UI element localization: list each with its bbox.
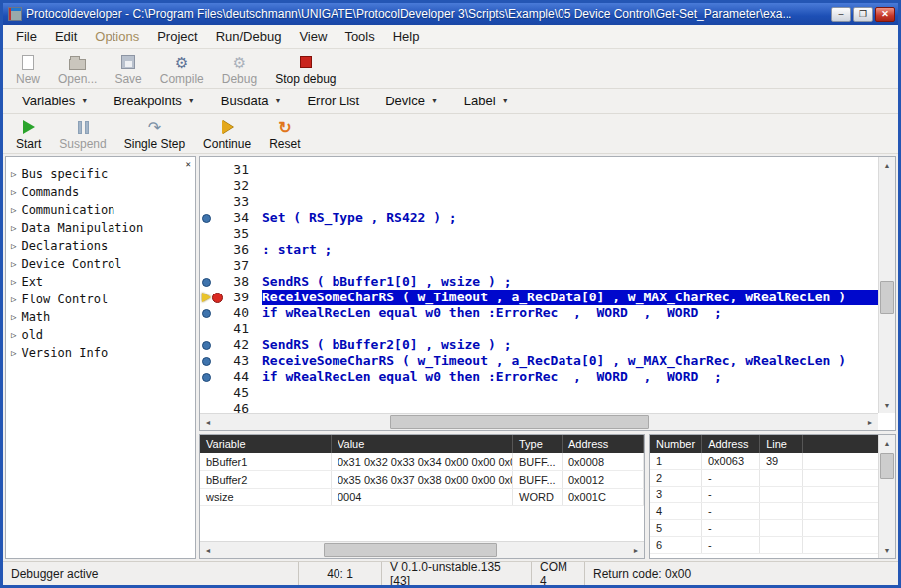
error-list-button[interactable]: Error List <box>296 91 370 111</box>
table-row[interactable]: 4 - <box>650 503 878 520</box>
expander-icon[interactable]: ▷ <box>11 205 16 215</box>
editor-line[interactable]: 44if wRealRecLen equal w0 then :ErrorRec… <box>200 369 878 385</box>
breakpoint-gutter[interactable] <box>200 385 228 401</box>
menu-edit[interactable]: Edit <box>46 26 86 47</box>
editor-line[interactable]: 32 <box>200 178 878 194</box>
editor-line[interactable]: 38SendRS ( bBuffer1[0] , wsize ) ; <box>200 274 878 290</box>
breakpoint-gutter[interactable] <box>200 210 228 226</box>
table-row[interactable]: bBuffer1 0x31 0x32 0x33 0x34 0x00 0x00 0… <box>200 453 644 471</box>
table-row[interactable]: wsize 0004 WORD 0x001C <box>200 489 644 506</box>
menu-view[interactable]: View <box>290 26 336 47</box>
debug-button[interactable]: ⚙ Debug <box>215 52 264 88</box>
maximize-button[interactable]: ❐ <box>853 7 873 22</box>
editor-line[interactable]: 36: start ; <box>200 242 878 258</box>
tree-item-data-manipulation[interactable]: ▷ Data Manipulation <box>6 219 195 237</box>
breakpoint-marker-icon[interactable] <box>202 373 211 382</box>
expander-icon[interactable]: ▷ <box>11 241 16 251</box>
table-row[interactable]: 6 - <box>650 537 878 554</box>
expander-icon[interactable]: ▷ <box>11 187 16 197</box>
table-row[interactable]: 1 0x0063 39 <box>650 453 878 470</box>
scrollbar-track[interactable] <box>879 451 895 542</box>
menu-project[interactable]: Project <box>148 26 206 47</box>
save-button[interactable]: Save <box>108 52 148 88</box>
editor-line[interactable]: 34Set ( RS_Type , RS422 ) ; <box>200 210 878 226</box>
close-button[interactable]: ✕ <box>875 7 895 22</box>
scroll-up-icon[interactable]: ▲ <box>879 157 895 173</box>
variables-horizontal-scrollbar[interactable]: ◄ ► <box>200 541 644 558</box>
scroll-left-icon[interactable]: ◄ <box>200 542 216 558</box>
breakpoint-gutter[interactable] <box>200 290 228 305</box>
tree-item-old[interactable]: ▷ old <box>6 326 195 344</box>
column-header[interactable]: Line <box>760 435 803 453</box>
busdata-dropdown[interactable]: Busdata ▼ <box>210 91 293 111</box>
editor-line[interactable]: 46 <box>200 401 878 413</box>
active-breakpoint-icon[interactable] <box>212 293 223 303</box>
breakpoint-marker-icon[interactable] <box>202 278 211 287</box>
tree-item-version-info[interactable]: ▷ Version Info <box>6 344 195 362</box>
expander-icon[interactable]: ▷ <box>11 330 16 340</box>
breakpoint-marker-icon[interactable] <box>202 357 211 366</box>
panel-close-icon[interactable]: ✕ <box>186 159 191 169</box>
compile-button[interactable]: ⚙ Compile <box>153 52 211 88</box>
start-button[interactable]: Start <box>9 117 48 153</box>
column-header[interactable]: Type <box>513 435 563 453</box>
column-header[interactable]: Number <box>650 435 702 453</box>
breakpoints-vertical-scrollbar[interactable]: ▲ ▼ <box>878 435 895 558</box>
tree-item-ext[interactable]: ▷ Ext <box>6 273 195 291</box>
breakpoint-gutter[interactable] <box>200 274 228 290</box>
scrollbar-thumb[interactable] <box>880 281 894 314</box>
breakpoint-marker-icon[interactable] <box>202 309 211 318</box>
new-button[interactable]: New <box>9 52 47 88</box>
expander-icon[interactable]: ▷ <box>11 223 16 233</box>
expander-icon[interactable]: ▷ <box>11 259 16 269</box>
breakpoint-gutter[interactable] <box>200 162 228 178</box>
scrollbar-thumb[interactable] <box>324 543 497 557</box>
editor-horizontal-scrollbar[interactable]: ◄ ► <box>200 413 878 430</box>
tree-item-device-control[interactable]: ▷ Device Control <box>6 255 195 273</box>
editor-line[interactable]: 40if wRealRecLen equal w0 then :ErrorRec… <box>200 305 878 321</box>
column-header[interactable]: Value <box>332 435 513 453</box>
breakpoint-gutter[interactable] <box>200 353 228 369</box>
breakpoint-gutter[interactable] <box>200 242 228 258</box>
breakpoint-marker-icon[interactable] <box>202 341 211 350</box>
column-header[interactable]: Address <box>702 435 760 453</box>
reset-button[interactable]: ↻ Reset <box>262 117 307 153</box>
breakpoint-gutter[interactable] <box>200 321 228 337</box>
editor-vertical-scrollbar[interactable]: ▲ ▼ <box>878 157 895 413</box>
single-step-button[interactable]: ↷ Single Step <box>117 117 192 153</box>
scroll-left-icon[interactable]: ◄ <box>200 414 216 430</box>
table-row[interactable]: 5 - <box>650 520 878 537</box>
editor-line[interactable]: 33 <box>200 194 878 210</box>
tree-item-flow-control[interactable]: ▷ Flow Control <box>6 291 195 308</box>
scrollbar-track[interactable] <box>879 173 895 397</box>
breakpoints-dropdown[interactable]: Breakpoints ▼ <box>103 91 206 111</box>
stop-debug-button[interactable]: Stop debug <box>268 52 342 88</box>
device-dropdown[interactable]: Device ▼ <box>374 91 449 111</box>
table-row[interactable]: 2 - <box>650 470 878 487</box>
breakpoint-gutter[interactable] <box>200 258 228 274</box>
menu-file[interactable]: File <box>7 26 46 47</box>
expander-icon[interactable]: ▷ <box>11 277 16 287</box>
breakpoint-marker-icon[interactable] <box>202 214 211 223</box>
editor-line[interactable]: 42SendRS ( bBuffer2[0] , wsize ) ; <box>200 337 878 353</box>
breakpoint-gutter[interactable] <box>200 178 228 194</box>
editor-line[interactable]: 31 <box>200 162 878 178</box>
menu-options[interactable]: Options <box>86 26 148 47</box>
column-header[interactable]: Variable <box>200 435 332 453</box>
tree-item-bus-specific[interactable]: ▷ Bus specific <box>6 165 195 183</box>
expander-icon[interactable]: ▷ <box>11 294 16 304</box>
expander-icon[interactable]: ▷ <box>11 348 16 358</box>
editor-line[interactable]: 41 <box>200 321 878 337</box>
editor-lines[interactable]: 31 32 33 34Set ( RS_Type , RS422 ) ; 35 … <box>200 157 878 413</box>
editor-line[interactable]: 37 <box>200 258 878 274</box>
scroll-down-icon[interactable]: ▼ <box>879 542 895 558</box>
scroll-up-icon[interactable]: ▲ <box>879 435 895 451</box>
scrollbar-thumb[interactable] <box>880 453 894 479</box>
scroll-down-icon[interactable]: ▼ <box>879 397 895 413</box>
menu-run-debug[interactable]: Run/Debug <box>207 26 291 47</box>
suspend-button[interactable]: Suspend <box>52 117 113 153</box>
scrollbar-track[interactable] <box>216 542 628 558</box>
continue-button[interactable]: Continue <box>196 117 258 153</box>
editor-line[interactable]: 43ReceiveSomeCharRS ( w_Timeout , a_RecD… <box>200 353 878 369</box>
expander-icon[interactable]: ▷ <box>11 312 16 322</box>
